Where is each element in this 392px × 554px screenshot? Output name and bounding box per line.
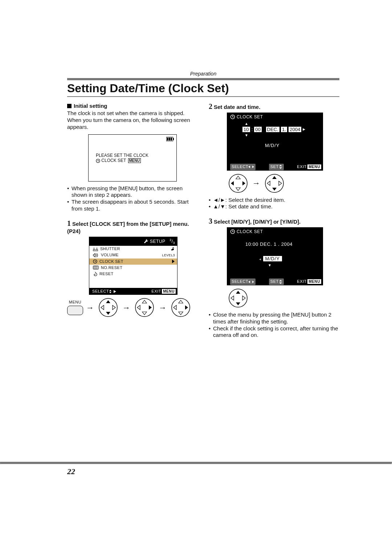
arrow-right-icon: → [252,178,260,188]
field-year[interactable]: 2004 [289,127,301,133]
dpad-up-down[interactable] [263,172,286,195]
exit-menu-box: MENU [307,279,321,284]
legend-item: ▲/▼: Set date and time. [209,203,339,210]
step-number: 2 [209,102,212,110]
square-bullet-icon [67,104,72,108]
shutter-icon [93,247,98,251]
initial-heading: Initial setting [67,103,198,110]
field-minute[interactable]: 00 [254,127,262,133]
step2-legend: ◄/►: Select the desired item. ▲/▼: Set d… [209,197,339,211]
svg-rect-1 [173,138,174,140]
warn-menu-box: MENU [128,158,141,163]
svg-rect-4 [171,138,172,140]
speaker-icon [93,253,99,257]
updown-icon [279,280,282,284]
dpad-right[interactable] [170,296,192,319]
clock-body: ▲ ▼ 10:00 DEC. 1. 2004 ▶ M/D/Y [227,120,323,161]
clock-title: CLOCK SET [237,114,263,119]
format-field[interactable]: M/D/Y [263,256,282,261]
updown-right-icon [109,290,117,293]
field-month[interactable]: DEC. [266,127,279,133]
setup-band-page: 2/3 [170,238,175,245]
step3-bullet: Check if the clock setting is correct, a… [209,325,339,339]
step3-bullet: Close the menu by pressing the [MENU] bu… [209,311,339,325]
field-hour[interactable]: 10 [242,127,250,133]
clock-footer: SELECT SET EXITMENU [227,278,323,285]
lcd-warn-screen: PLEASE SET THE CLOCK CLOCK SET MENU [88,134,177,182]
clock-icon [96,159,100,163]
svg-rect-2 [167,138,168,140]
warn-line1: PLEASE SET THE CLOCK [96,153,148,158]
setup-band: SETUP 2/3 [89,237,177,246]
right-tri-icon [172,260,175,263]
page-title: Setting Date/Time (Clock Set) [67,81,339,95]
page-number: 22 [67,467,75,477]
menu-button[interactable] [67,306,83,315]
initial-bullet: The screen disappears in about 5 seconds… [67,199,198,212]
lcd-clock-set-step2: CLOCK SET ▲ ▼ 10:00 DEC. 1. 2004 ▶ M/D/Y [227,113,323,171]
bottom-rule [0,462,392,464]
right-column: 2Set date and time. CLOCK SET ▲ ▼ 10:00 … [209,102,339,339]
initial-body: The clock is not set when the camera is … [67,110,198,130]
up-tri-icon: ▲ [245,122,248,126]
updown-icon [279,165,282,169]
clock-title-row: CLOCK SET [227,228,323,235]
step2-heading: 2Set date and time. [209,102,339,111]
title-underline [67,96,339,97]
clock-title-row: CLOCK SET [227,113,323,120]
columns: Initial setting The clock is not set whe… [67,102,339,339]
exit-menu-box: MENU [162,289,176,294]
arrow-right-icon: → [86,303,94,313]
leftright-icon [248,280,254,284]
setup-footer: SELECT EXITMENU [89,288,177,294]
clock-icon [230,114,235,119]
initial-bullet: When pressing the [MENU] button, the scr… [67,185,198,199]
clock-footer: SELECT SET EXITMENU [227,164,323,170]
step3-control-sequence [227,287,339,309]
right-tri-icon: ▶ [303,127,305,131]
clock-icon [93,259,97,264]
step1-heading: 1Select [CLOCK SET] from the [SETUP] men… [67,219,198,235]
left-tri-icon: ◄ [258,257,262,261]
menu-button-group: MENU [67,300,83,315]
format-label: M/D/Y [265,143,279,148]
step-number: 3 [209,217,212,225]
dpad-up-down[interactable] [97,296,119,319]
svg-text:R: R [94,273,96,276]
menu-button-label: MENU [69,300,81,305]
left-column: Initial setting The clock is not set whe… [67,102,198,339]
setup-band-label: SETUP [150,239,166,244]
section-label: Preparation [67,71,339,77]
menu-item-volume[interactable]: VOLUME LEVEL3 [89,252,177,258]
menu-item-no-reset[interactable]: NO.RESET [89,265,177,271]
leftright-icon [248,165,254,168]
exit-menu-box: MENU [307,164,321,169]
menu-item-reset[interactable]: R RESET [89,271,177,277]
menu-item-clock-set[interactable]: CLOCK SET [89,258,177,265]
clock-body: 10:00 DEC. 1 . 2004 ◄ M/D/Y ▼ [227,235,323,276]
menu-item-shutter[interactable]: SHUTTER [89,246,177,252]
page: Preparation Setting Date/Time (Clock Set… [0,0,392,554]
dpad-up-down[interactable] [227,287,249,309]
battery-icon [166,137,174,141]
step-number: 1 [67,219,71,227]
step2-control-sequence: → [227,172,339,195]
top-rule [67,78,339,80]
reset-icon: R [93,272,97,276]
note-icon [171,247,175,251]
lcd-setup-screen: SETUP 2/3 SHUTTER VOLUME LEVEL3 [89,237,177,295]
wrench-icon [143,239,148,244]
step3-bullets: Close the menu by pressing the [MENU] bu… [209,311,339,339]
dpad-right[interactable] [133,296,156,319]
counter-icon [93,266,99,269]
step3-heading: 3Select [M/D/Y], [D/M/Y] or [Y/M/D]. [209,217,339,226]
down-tri-icon: ▼ [268,263,271,268]
arrow-right-icon: → [122,303,130,313]
clock-title: CLOCK SET [237,229,263,234]
down-tri-icon: ▼ [245,133,248,138]
setup-rows: SHUTTER VOLUME LEVEL3 CLOCK SET [89,246,177,277]
initial-bullets: When pressing the [MENU] button, the scr… [67,185,198,212]
dpad-right[interactable] [227,172,249,195]
field-day[interactable]: 1. [281,127,287,133]
clock-date-row: 10:00 DEC. 1. 2004 ▶ [242,127,305,133]
